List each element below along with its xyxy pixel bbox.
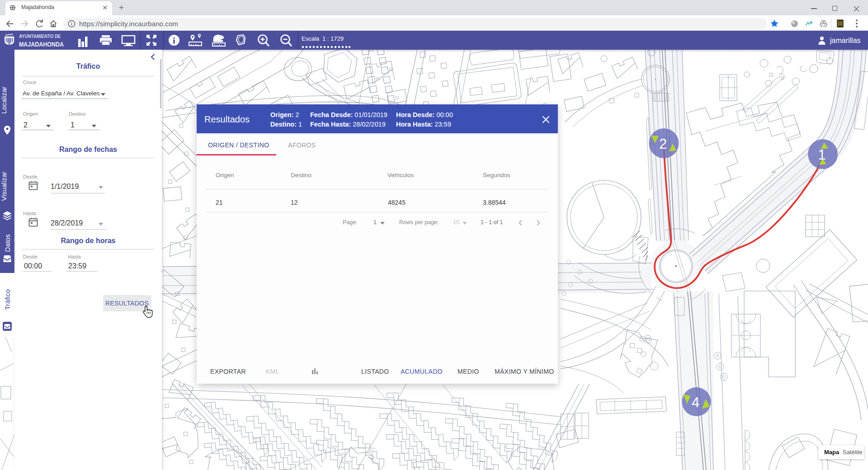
svg-text:2: 2 [659,136,667,152]
svg-text:1: 1 [818,147,826,163]
svg-text:4: 4 [692,395,699,410]
